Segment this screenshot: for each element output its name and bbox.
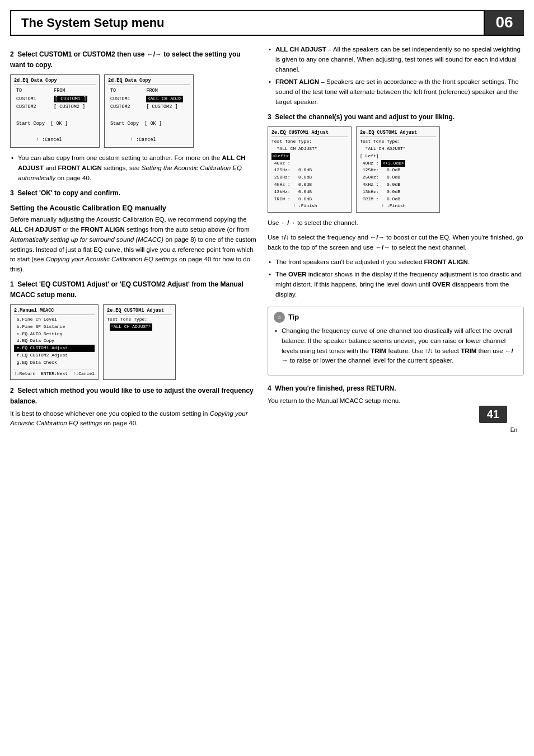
step2b-heading: 2 Select which method you would like to … — [10, 386, 256, 406]
step4-heading: 4 When you're finished, press RETURN. — [268, 383, 524, 394]
bullet-frontalign: FRONT ALIGN – Speakers are set in accord… — [268, 77, 524, 107]
screen-eq-custom1-adj: 2e.EQ CUSTOM1 Adjust Test Tone Type: *AL… — [103, 304, 176, 380]
tip-bullets: Changing the frequency curve of one chan… — [274, 326, 518, 366]
step1-manual-heading: 1 Select 'EQ CUSTOM1 Adjust' or 'EQ CUST… — [10, 279, 256, 300]
screen-eq-copy-2: 2d.EQ Data Copy TO FROM CUSTOM1 <ALL CH … — [104, 74, 194, 148]
ea1-r6: 250Hz: 0.0dB — [271, 174, 348, 181]
use-arrow-freq: Use ↑/↓ to select the frequency and ←/→ … — [268, 233, 524, 253]
ea2-r9: TRIM : 0.0dB — [360, 196, 436, 203]
ea1-r1: Test Tone Type: — [271, 138, 348, 145]
step3-adjust-heading: 3 Select the channel(s) you want and adj… — [268, 112, 524, 123]
ea2-r1: Test Tone Type: — [360, 138, 436, 145]
left-column: 2 Select CUSTOM1 or CUSTOM2 then use ←/→… — [10, 45, 256, 433]
page-title: The System Setup menu — [21, 16, 165, 30]
ea1-r10: ↑ :Finish — [271, 203, 348, 210]
ea1-r4: 40Hz : — [271, 160, 348, 167]
mcacc-row-3: c.EQ AUTO Setting — [14, 331, 95, 338]
mcacc-row-2: b.Fine SP Distance — [14, 323, 95, 331]
page-number: 41 — [479, 406, 507, 423]
tip-icon: ○ — [274, 312, 285, 323]
tip-box: ○ Tip Changing the frequency curve of on… — [268, 307, 524, 375]
mcacc-footer: ↑:Return ENTER:Next ↑:Cancel — [14, 369, 95, 378]
use-arrow-channel: Use ←/→ to select the channel. — [268, 218, 524, 228]
ea1-r2: "ALL CH ADJUST" — [271, 145, 348, 153]
screen-eq-adj-1: 2e.EQ CUSTOM1 Adjust Test Tone Type: "AL… — [268, 126, 352, 213]
step2-heading: 2 Select CUSTOM1 or CUSTOM2 then use ←/→… — [10, 49, 256, 70]
ea2-r8: 13kHz: 0.0dB — [360, 189, 436, 196]
bullet-copy-custom: You can also copy from one custom settin… — [10, 153, 256, 183]
mcacc-row-7: g.EQ Data Check — [14, 359, 95, 367]
manual-mcacc-screens: 2.Manual MCACC a.Fine Ch Level b.Fine SP… — [10, 304, 256, 380]
header-title-box: The System Setup menu — [10, 10, 485, 35]
chapter-number: 06 — [485, 10, 524, 35]
ea1-r5: 125Hz: 0.0dB — [271, 167, 348, 174]
step2-screens: 2d.EQ Data Copy TO FROM CUSTOM1 [ CUSTOM… — [10, 74, 256, 148]
right-column: ALL CH ADJUST – All the speakers can be … — [268, 45, 524, 433]
tip-label: Tip — [288, 313, 299, 321]
main-content: 2 Select CUSTOM1 or CUSTOM2 then use ←/→… — [10, 36, 524, 433]
screen2-title: 2d.EQ Data Copy — [108, 77, 190, 85]
screen-eq-copy-1: 2d.EQ Data Copy TO FROM CUSTOM1 [ CUSTOM… — [10, 74, 100, 148]
bullet-over: The OVER indicator shows in the display … — [268, 270, 524, 299]
step4-body: You return to the Manual MCACC setup men… — [268, 396, 524, 406]
section-manual-eq-body1: Before manually adjusting the Acoustic C… — [10, 215, 256, 275]
tip-header: ○ Tip — [274, 312, 518, 323]
eq-adjust-screens: 2e.EQ CUSTOM1 Adjust Test Tone Type: "AL… — [268, 126, 524, 213]
page-lang: En — [510, 427, 517, 433]
ea2-r4: 40Hz : <+3.0dB> — [360, 160, 436, 167]
mcacc-row-1: a.Fine Ch Level — [14, 316, 95, 323]
ea2-r2: "ALL CH ADJUST" — [360, 145, 436, 153]
page-footer: 41 En — [0, 433, 534, 444]
section-manual-eq-heading: Setting the Acoustic Calibration EQ manu… — [10, 204, 256, 212]
screen-manual-mcacc: 2.Manual MCACC a.Fine Ch Level b.Fine SP… — [10, 304, 99, 380]
step2b-body: It is best to choose whichever one you c… — [10, 409, 256, 429]
tip-body: Changing the frequency curve of one chan… — [274, 326, 518, 366]
mcacc-row-4: d.EQ Data Copy — [14, 337, 95, 345]
eq-custom1-title: 2e.EQ CUSTOM1 Adjust — [107, 307, 172, 315]
ea1-r9: TRIM : 0.0dB — [271, 196, 348, 203]
ea2-r6: 250Hz: 0.0dB — [360, 174, 436, 181]
page-header: The System Setup menu 06 — [10, 10, 524, 36]
mcacc-row-6: f.EQ CUSTOM2 Adjust — [14, 352, 95, 359]
ea2-r3: [ Left] — [360, 153, 436, 160]
ea2-r10: ↑ :Finish — [360, 203, 436, 210]
eq-adj-row-1: Test Tone Type: — [107, 316, 172, 323]
bullet-front-adj: The front speakers can't be adjusted if … — [268, 257, 524, 267]
eq-adj-row-2: *ALL CH ADJUST* — [107, 323, 172, 331]
ea2-r5: 125Hz: 0.0dB — [360, 167, 436, 174]
step3-copy-heading: 3 Select 'OK' to copy and confirm. — [10, 188, 256, 199]
ea1-r8: 13kHz: 0.0dB — [271, 189, 348, 196]
right-bullets-mid: The front speakers can't be adjusted if … — [268, 257, 524, 300]
ea1-r3: <Left> — [271, 153, 348, 160]
bullet-allch: ALL CH ADJUST – All the speakers can be … — [268, 45, 524, 74]
ea1-r7: 4kHz : 0.0dB — [271, 181, 348, 189]
screen1-title: 2d.EQ Data Copy — [14, 77, 96, 85]
ea2-r7: 4kHz : 0.0dB — [360, 181, 436, 189]
screen-eq-adj-2: 2e.EQ CUSTOM1 Adjust Test Tone Type: "AL… — [356, 126, 440, 213]
mcacc-row-5: e.EQ CUSTOM1 Adjust — [14, 345, 95, 352]
manual-mcacc-title: 2.Manual MCACC — [14, 307, 95, 315]
right-bullets-top: ALL CH ADJUST – All the speakers can be … — [268, 45, 524, 107]
eq-adj2-title: 2e.EQ CUSTOM1 Adjust — [360, 129, 436, 137]
eq-adj1-title: 2e.EQ CUSTOM1 Adjust — [271, 129, 348, 137]
step2-bullets: You can also copy from one custom settin… — [10, 153, 256, 183]
